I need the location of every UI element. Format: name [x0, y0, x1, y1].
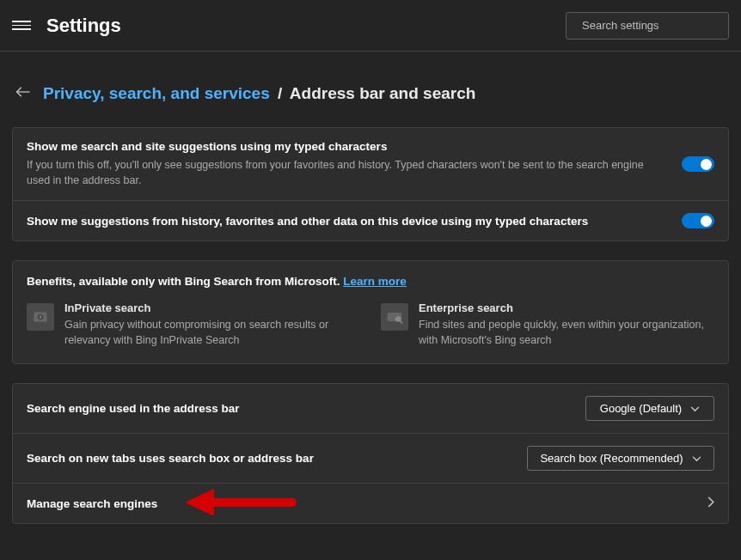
benefit-enterprise-title: Enterprise search: [419, 301, 714, 314]
search-engine-card: Search engine used in the address bar Go…: [12, 383, 729, 524]
row-typed-suggestions: Show me search and site suggestions usin…: [13, 128, 728, 200]
enterprise-search-icon: [381, 303, 408, 331]
svg-point-7: [395, 316, 401, 322]
benefits-learn-more-link[interactable]: Learn more: [343, 275, 407, 288]
chevron-down-icon: [690, 404, 700, 414]
suggestions-card: Show me search and site suggestions usin…: [12, 127, 729, 241]
search-engine-select[interactable]: Google (Default): [585, 396, 714, 421]
chevron-right-icon: [707, 496, 714, 511]
new-tab-search-value: Search box (Recommended): [540, 452, 683, 465]
breadcrumb-separator: /: [278, 84, 282, 102]
row-search-engine: Search engine used in the address bar Go…: [13, 384, 728, 433]
new-tab-search-label: Search on new tabs uses search box or ad…: [27, 452, 513, 465]
benefit-enterprise-desc: Find sites and people quickly, even with…: [419, 318, 714, 348]
search-box[interactable]: [566, 12, 729, 40]
breadcrumb-current: Address bar and search: [290, 84, 475, 102]
breadcrumb-parent-link[interactable]: Privacy, search, and services: [43, 84, 270, 102]
row-manage-search-engines[interactable]: Manage search engines: [13, 483, 728, 523]
breadcrumb: Privacy, search, and services / Address …: [12, 84, 729, 103]
benefit-inprivate: InPrivate search Gain privacy without co…: [18, 301, 369, 348]
benefits-heading: Benefits, available only with Bing Searc…: [13, 261, 728, 295]
manage-search-engines-label: Manage search engines: [27, 497, 694, 510]
inprivate-search-icon: [27, 303, 54, 331]
benefit-inprivate-title: InPrivate search: [64, 301, 360, 314]
typed-suggestions-title: Show me search and site suggestions usin…: [27, 140, 668, 153]
benefit-inprivate-desc: Gain privacy without compromising on sea…: [64, 318, 360, 348]
benefits-heading-text: Benefits, available only with Bing Searc…: [27, 275, 343, 288]
history-suggestions-toggle[interactable]: [682, 213, 714, 228]
row-new-tab-search: Search on new tabs uses search box or ad…: [13, 433, 728, 483]
new-tab-search-select[interactable]: Search box (Recommended): [527, 446, 714, 471]
typed-suggestions-toggle[interactable]: [682, 156, 714, 172]
svg-rect-5: [40, 315, 41, 318]
benefits-card: Benefits, available only with Bing Searc…: [12, 260, 729, 364]
benefit-enterprise: Enterprise search Find sites and people …: [372, 301, 723, 348]
typed-suggestions-desc: If you turn this off, you'll only see su…: [27, 158, 668, 188]
back-arrow-icon[interactable]: [12, 86, 31, 101]
menu-icon[interactable]: [12, 16, 31, 35]
app-header: Settings: [0, 0, 741, 52]
chevron-down-icon: [692, 453, 701, 464]
page-title: Settings: [46, 15, 121, 37]
search-engine-value: Google (Default): [600, 402, 682, 415]
search-engine-label: Search engine used in the address bar: [27, 402, 572, 415]
search-input[interactable]: [582, 19, 726, 32]
history-suggestions-title: Show me suggestions from history, favori…: [27, 215, 668, 228]
svg-line-8: [401, 321, 403, 324]
row-history-suggestions: Show me suggestions from history, favori…: [13, 200, 728, 240]
